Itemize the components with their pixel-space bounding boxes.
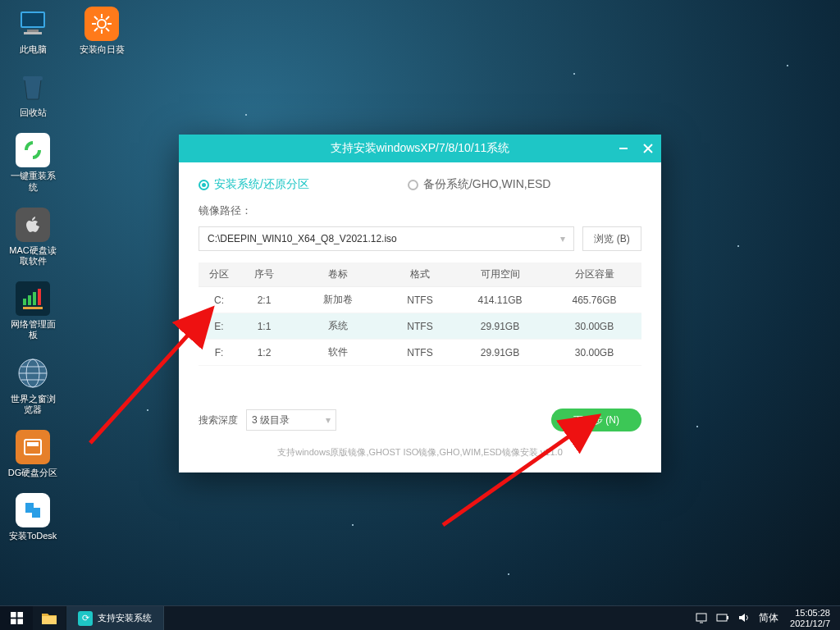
svg-rect-5 xyxy=(23,299,26,305)
window-title: 支持安装windowsXP/7/8/10/11系统 xyxy=(331,141,510,156)
svg-rect-37 xyxy=(696,614,706,621)
tray-ime[interactable]: 简体 xyxy=(759,611,778,625)
monitor-icon xyxy=(16,7,50,41)
taskbar-task-installer[interactable]: ⟳ 支持安装系统 xyxy=(66,606,164,630)
svg-line-26 xyxy=(94,28,98,31)
table-row[interactable]: E:1:1系统NTFS29.91GB30.00GB xyxy=(199,313,641,340)
browse-button[interactable]: 浏览 (B) xyxy=(582,226,641,251)
svg-rect-2 xyxy=(27,30,39,32)
tray-network-icon[interactable] xyxy=(695,612,708,625)
svg-rect-1 xyxy=(22,13,43,26)
desktop-icon-this-pc[interactable]: 此电脑 xyxy=(7,7,59,55)
reinstall-icon xyxy=(16,133,50,167)
todesk-icon xyxy=(16,493,50,527)
next-button[interactable]: 下一步 (N) xyxy=(551,409,641,431)
installer-icon: ⟳ xyxy=(78,611,93,626)
taskbar-file-explorer[interactable] xyxy=(33,606,66,630)
tray-volume-icon[interactable] xyxy=(737,612,751,625)
svg-point-18 xyxy=(98,20,106,28)
sunflower-icon xyxy=(84,7,119,41)
apple-icon xyxy=(16,208,50,242)
col-capacity: 分区容量 xyxy=(547,262,641,287)
svg-rect-39 xyxy=(717,614,727,621)
tray-battery-icon[interactable] xyxy=(716,613,729,624)
footer-hint: 支持windows原版镜像,GHOST ISO镜像,GHO,WIM,ESD镜像安… xyxy=(199,446,641,459)
image-path-combo[interactable]: C:\DEEPIN_WIN10_X64_Q8_V2021.12.iso ▾ xyxy=(199,226,574,251)
svg-line-23 xyxy=(94,16,98,20)
start-button[interactable] xyxy=(0,606,33,630)
chevron-down-icon: ▾ xyxy=(326,414,331,426)
svg-rect-40 xyxy=(727,616,728,619)
desktop-icon-recycle-bin[interactable]: 回收站 xyxy=(7,70,59,118)
globe-icon xyxy=(16,356,50,390)
col-volume: 卷标 xyxy=(289,262,387,287)
network-panel-icon xyxy=(16,281,50,316)
titlebar[interactable]: 支持安装windowsXP/7/8/10/11系统 xyxy=(179,135,661,162)
tray-clock[interactable]: 15:05:28 2021/12/7 xyxy=(787,608,835,628)
chevron-down-icon: ▾ xyxy=(560,233,565,244)
svg-rect-7 xyxy=(33,292,36,305)
desktop-icon-reinstall[interactable]: 一键重装系统 xyxy=(7,133,59,192)
installer-window: 支持安装windowsXP/7/8/10/11系统 安装系统/还原分区 备份系统… xyxy=(179,135,661,472)
minimize-button[interactable] xyxy=(615,140,632,157)
svg-rect-9 xyxy=(23,307,43,309)
table-row[interactable]: C:2:1新加卷NTFS414.11GB465.76GB xyxy=(199,287,641,313)
desktop-icon-todesk[interactable]: 安装ToDesk xyxy=(7,493,59,541)
svg-rect-3 xyxy=(24,32,42,34)
table-row[interactable]: F:1:2软件NTFS29.91GB30.00GB xyxy=(199,340,641,366)
image-path-label: 镜像路径： xyxy=(199,203,641,218)
desktop-icon-sunflower[interactable]: 安装向日葵 xyxy=(75,7,128,55)
radio-dot-icon xyxy=(199,180,209,190)
taskbar: ⟳ 支持安装系统 简体 15:05:28 2021/12/7 xyxy=(0,605,840,630)
svg-rect-6 xyxy=(28,295,31,305)
desktop-icon-mac-disk[interactable]: MAC硬盘读取软件 xyxy=(7,208,59,267)
svg-rect-32 xyxy=(11,612,16,618)
svg-line-24 xyxy=(106,28,109,31)
svg-rect-33 xyxy=(17,612,23,618)
svg-rect-34 xyxy=(11,619,16,624)
svg-rect-16 xyxy=(25,440,41,454)
col-index: 序号 xyxy=(240,262,289,287)
search-depth-label: 搜索深度 xyxy=(199,413,238,427)
radio-backup[interactable]: 备份系统/GHO,WIN,ESD xyxy=(408,177,551,192)
svg-rect-8 xyxy=(38,289,41,305)
svg-rect-4 xyxy=(23,76,43,80)
desktop-icon-network-panel[interactable]: 网络管理面板 xyxy=(7,281,59,340)
svg-line-25 xyxy=(106,16,109,20)
close-button[interactable] xyxy=(640,140,656,157)
col-fs: 格式 xyxy=(387,262,453,287)
partition-table: 分区 序号 卷标 格式 可用空间 分区容量 C:2:1新加卷NTFS414.11… xyxy=(199,262,641,366)
col-partition: 分区 xyxy=(199,262,240,287)
col-free: 可用空间 xyxy=(453,262,547,287)
desktop-icon-world-browser[interactable]: 世界之窗浏览器 xyxy=(7,356,59,415)
search-depth-select[interactable]: 3 级目录 ▾ xyxy=(246,409,336,431)
svg-rect-17 xyxy=(27,442,39,446)
recycle-bin-icon xyxy=(16,70,50,104)
svg-rect-36 xyxy=(42,616,57,624)
svg-rect-35 xyxy=(17,619,23,624)
radio-dot-icon xyxy=(408,180,418,190)
desktop-icon-dg-partition[interactable]: DG硬盘分区 xyxy=(7,430,59,478)
radio-install-restore[interactable]: 安装系统/还原分区 xyxy=(199,177,309,192)
dg-icon xyxy=(16,430,50,464)
